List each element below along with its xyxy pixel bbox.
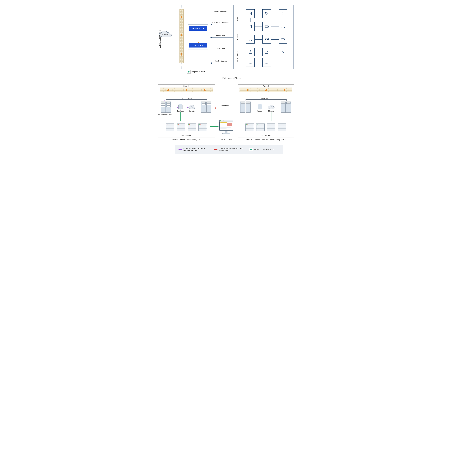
- mini-server-icon: [278, 123, 287, 132]
- arrow-config: [210, 63, 233, 63]
- switch-icon: [262, 22, 271, 31]
- svg-rect-92: [188, 124, 196, 126]
- collectors-bracket: [246, 99, 286, 101]
- link: [275, 107, 280, 108]
- web-servers-box: [164, 121, 209, 134]
- svg-rect-21: [281, 27, 285, 28]
- svg-rect-9: [249, 25, 251, 28]
- svg-rect-59: [161, 104, 165, 105]
- ah: [195, 107, 196, 108]
- poller-tag: ⬢ On-premise poller: [187, 70, 205, 73]
- legend-text: On-premise poller: According to Configur…: [183, 148, 209, 151]
- wifi-waves-icon: [258, 56, 262, 58]
- isp-link1-line: [164, 39, 164, 87]
- svg-point-24: [249, 38, 252, 39]
- collectors-bracket: [166, 99, 207, 101]
- poller-url-label: pluspoller.site24x7.com: [157, 113, 178, 115]
- isp-link1-label: Multi-homed ISP link 1: [159, 30, 161, 48]
- phone-icon: [279, 48, 287, 56]
- svg-rect-121: [245, 129, 254, 131]
- category-column: Network Netflow NCM Devices: [233, 5, 242, 69]
- svg-rect-126: [256, 129, 265, 131]
- legend-text: Site24x7 On-Premise Poller: [254, 149, 274, 151]
- drdc-caption: Site24x7 Disaster Recovery Data Center (…: [240, 139, 292, 141]
- server-rack-icon: [160, 101, 171, 113]
- firewall-horizontal: [160, 88, 213, 92]
- switch-icon: [262, 35, 271, 44]
- arrow-fw-to-server: [244, 93, 244, 100]
- svg-rect-45: [249, 61, 252, 63]
- svg-point-78: [207, 103, 208, 103]
- poller-tag-label: On-premise poller: [192, 71, 205, 73]
- db-label: Database: [256, 110, 265, 112]
- svg-point-20: [267, 27, 268, 27]
- svg-rect-144: [221, 122, 227, 123]
- firewall-label: Firewall: [158, 85, 214, 87]
- fire-icon: [203, 89, 206, 91]
- svg-rect-36: [282, 40, 284, 41]
- fire-icon: [283, 89, 286, 91]
- svg-rect-40: [265, 52, 268, 54]
- svg-rect-136: [278, 129, 286, 131]
- svg-point-110: [246, 103, 247, 103]
- arrow-flow-export: [210, 37, 233, 37]
- link: [192, 112, 192, 121]
- svg-point-141: [220, 120, 221, 121]
- fire-icon: [180, 34, 183, 37]
- svg-rect-73: [202, 104, 205, 105]
- flow-snmp-get: SNMP/WMI Get: [214, 10, 227, 12]
- svg-rect-147: [221, 127, 231, 128]
- svg-point-143: [223, 120, 223, 121]
- svg-point-127: [257, 125, 258, 125]
- svg-point-67: [167, 103, 167, 103]
- svg-rect-135: [278, 126, 286, 129]
- svg-point-101: [200, 125, 201, 125]
- svg-rect-87: [177, 124, 185, 126]
- svg-rect-34: [281, 39, 285, 40]
- svg-rect-145: [221, 124, 225, 124]
- svg-point-64: [161, 103, 162, 103]
- arrowhead-up-red: [168, 38, 169, 39]
- server-icon: [246, 9, 255, 18]
- cat-netflow: Netflow: [233, 30, 242, 43]
- arrowhead-down: [164, 100, 165, 101]
- client-to-pdc-green: [210, 126, 218, 126]
- cube-icon: ⬢: [187, 70, 191, 73]
- bigdata-icon: [188, 104, 195, 110]
- svg-rect-129: [267, 124, 276, 126]
- svg-rect-60: [161, 106, 165, 107]
- svg-point-65: [162, 103, 163, 103]
- svg-point-16: [267, 26, 268, 27]
- link: [271, 112, 271, 121]
- svg-point-95: [188, 125, 189, 125]
- private-link-label: Private link: [221, 105, 230, 107]
- network-module-box: Network Module: [189, 26, 207, 31]
- fire-icon: [167, 89, 169, 91]
- flow-snmp-resp: SNMP/WMI Response: [212, 22, 230, 24]
- bigdata-icon: [267, 104, 275, 110]
- wireless-ap-icon: [262, 48, 271, 56]
- svg-point-30: [265, 39, 266, 40]
- database-icon: [178, 104, 183, 110]
- svg-rect-150: [223, 133, 230, 134]
- mini-server-icon: [245, 123, 254, 132]
- legend-item-purple: On-premise poller: According to Configur…: [178, 148, 209, 151]
- mini-server-icon: [198, 123, 207, 132]
- svg-rect-94: [188, 129, 196, 131]
- arrow-snmp-get: [210, 13, 233, 13]
- arrow-snmp-resp: [210, 25, 233, 25]
- web-servers-label: Web Servers: [238, 135, 294, 136]
- svg-rect-131: [267, 129, 276, 131]
- phone-directory-icon: [279, 9, 287, 18]
- client-caption: Site24x7 Client: [218, 139, 234, 141]
- arrowhead: [172, 33, 173, 35]
- svg-point-19: [267, 27, 267, 27]
- svg-point-100: [199, 125, 200, 125]
- svg-point-14: [266, 26, 266, 27]
- svg-rect-12: [265, 26, 268, 27]
- svg-rect-148: [221, 128, 226, 129]
- isp-link2-h: [169, 80, 242, 81]
- monitor-icon: [246, 58, 255, 67]
- svg-point-18: [266, 27, 266, 27]
- client-monitor: [218, 119, 234, 136]
